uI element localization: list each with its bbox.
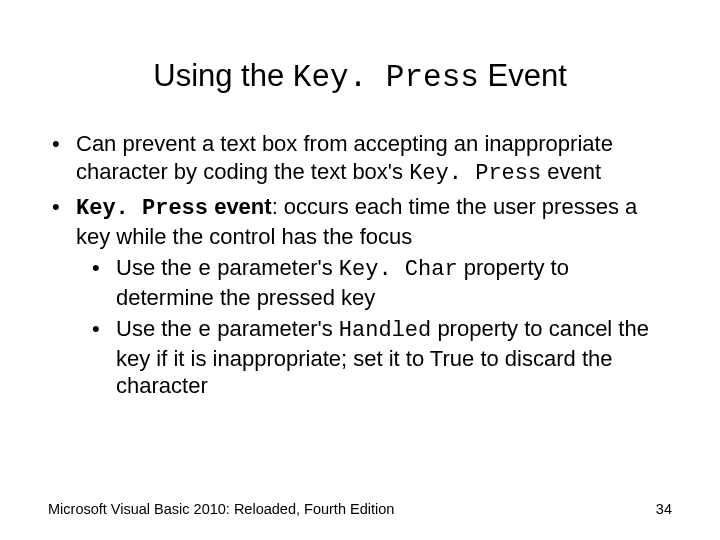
footer-left: Microsoft Visual Basic 2010: Reloaded, F… xyxy=(48,501,394,517)
title-mono: Key. Press xyxy=(293,60,479,95)
text-run: e xyxy=(198,318,211,343)
text-run: event xyxy=(208,194,272,219)
text-run: Use the xyxy=(116,255,198,280)
list-item: Can prevent a text box from accepting an… xyxy=(48,130,672,187)
text-run: Key. Char xyxy=(339,257,458,282)
list-item: Use the e parameter's Key. Char property… xyxy=(88,254,672,311)
text-run: parameter's xyxy=(211,255,339,280)
slide: Using the Key. Press Event Can prevent a… xyxy=(0,0,720,540)
slide-title: Using the Key. Press Event xyxy=(0,58,720,95)
title-prefix: Using the xyxy=(153,58,293,93)
page-number: 34 xyxy=(656,501,672,517)
text-run: Key. Press xyxy=(409,161,541,186)
text-run: Key. Press xyxy=(76,196,208,221)
text-run: Handled xyxy=(339,318,431,343)
bullet-list: Can prevent a text box from accepting an… xyxy=(48,130,672,400)
slide-body: Can prevent a text box from accepting an… xyxy=(48,130,672,406)
list-item: Use the e parameter's Handled property t… xyxy=(88,315,672,400)
title-suffix: Event xyxy=(479,58,567,93)
text-run: parameter's xyxy=(211,316,339,341)
text-run: e xyxy=(198,257,211,282)
text-run: event xyxy=(541,159,601,184)
text-run: Use the xyxy=(116,316,198,341)
list-item: Key. Press event: occurs each time the u… xyxy=(48,193,672,400)
sub-bullet-list: Use the e parameter's Key. Char property… xyxy=(76,254,672,400)
